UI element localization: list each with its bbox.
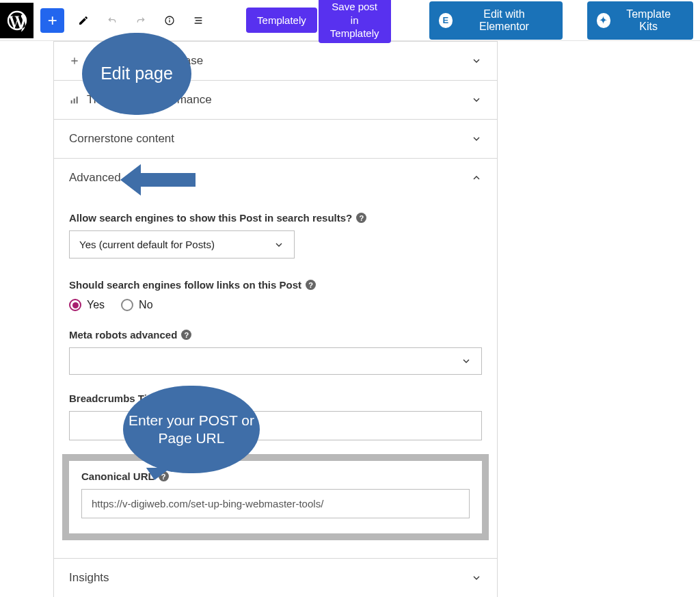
undo-icon bbox=[107, 13, 118, 28]
section-header-insights[interactable]: Insights bbox=[54, 559, 497, 597]
follow-no-radio[interactable]: No bbox=[121, 299, 152, 311]
radio-icon bbox=[121, 299, 133, 311]
template-kits-button[interactable]: ✦ Template Kits bbox=[587, 1, 693, 40]
breadcrumbs-label: Breadcrumbs Title ? bbox=[69, 393, 482, 404]
chevron-down-icon bbox=[471, 94, 482, 105]
select-value: Yes (current default for Posts) bbox=[79, 239, 215, 250]
meta-robots-label: Meta robots advanced ? bbox=[69, 329, 482, 341]
chevron-down-icon bbox=[471, 133, 482, 144]
section-insights: Insights bbox=[54, 558, 497, 597]
help-icon[interactable]: ? bbox=[356, 213, 366, 223]
svg-marker-6 bbox=[120, 164, 196, 196]
radio-label: Yes bbox=[87, 299, 105, 311]
follow-links-label: Should search engines follow links on th… bbox=[69, 279, 482, 291]
svg-rect-3 bbox=[71, 101, 72, 104]
plus-icon: + bbox=[48, 12, 57, 29]
meta-robots-select[interactable] bbox=[69, 347, 482, 375]
pencil-icon bbox=[78, 13, 89, 28]
section-title: Insights bbox=[69, 571, 109, 585]
redo-button[interactable] bbox=[131, 11, 150, 30]
svg-rect-4 bbox=[74, 98, 75, 103]
outline-icon bbox=[193, 13, 204, 28]
section-title: Cornerstone content bbox=[69, 132, 174, 146]
wordpress-logo[interactable] bbox=[0, 3, 33, 38]
wordpress-icon bbox=[5, 9, 29, 32]
chevron-down-icon bbox=[471, 55, 482, 66]
edit-mode-button[interactable] bbox=[74, 11, 93, 30]
callout-enter-url: Enter your POST or Page URL bbox=[123, 386, 260, 473]
chevron-down-icon bbox=[471, 572, 482, 583]
add-block-button[interactable]: + bbox=[40, 8, 64, 33]
allow-search-select[interactable]: Yes (current default for Posts) bbox=[69, 230, 295, 258]
allow-search-label: Allow search engines to show this Post i… bbox=[69, 212, 482, 224]
plus-icon bbox=[69, 55, 80, 66]
follow-yes-radio[interactable]: Yes bbox=[69, 299, 105, 311]
editor-toolbar: + Templately Save post in Templately E E… bbox=[0, 0, 700, 41]
save-in-templately-button[interactable]: Save post in Templately bbox=[319, 0, 391, 43]
chevron-down-icon bbox=[273, 239, 284, 250]
help-icon[interactable]: ? bbox=[306, 280, 316, 290]
svg-point-2 bbox=[169, 18, 170, 19]
callout-edit-page: Edit page bbox=[82, 33, 191, 115]
section-cornerstone: Cornerstone content bbox=[54, 119, 497, 158]
edit-with-elementor-label: Edit with Elementor bbox=[459, 8, 548, 33]
chevron-down-icon bbox=[461, 356, 472, 367]
callout-arrow bbox=[120, 156, 196, 207]
chevron-up-icon bbox=[471, 172, 482, 183]
advanced-body: Allow search engines to show this Post i… bbox=[54, 197, 497, 558]
radio-label: No bbox=[139, 299, 152, 311]
info-icon bbox=[164, 13, 175, 28]
section-advanced: Advanced Allow search engines to show th… bbox=[54, 158, 497, 558]
section-header-cornerstone[interactable]: Cornerstone content bbox=[54, 120, 497, 158]
templately-button[interactable]: Templately bbox=[246, 8, 317, 33]
kits-icon: ✦ bbox=[597, 13, 611, 28]
svg-rect-5 bbox=[77, 96, 78, 103]
canonical-label: Canonical URL ? bbox=[81, 470, 470, 482]
redo-icon bbox=[135, 13, 146, 28]
edit-with-elementor-button[interactable]: E Edit with Elementor bbox=[429, 1, 563, 40]
seo-meta-panel: Add related keyphrase Track SEO performa… bbox=[53, 41, 498, 597]
undo-button[interactable] bbox=[103, 11, 122, 30]
chart-icon bbox=[69, 94, 80, 105]
elementor-icon: E bbox=[439, 13, 453, 28]
template-kits-label: Template Kits bbox=[617, 8, 679, 33]
section-title: Advanced bbox=[69, 171, 121, 185]
canonical-url-input[interactable]: https://v-digiweb.com/set-up-bing-webmas… bbox=[81, 489, 470, 518]
canonical-highlight-frame: Canonical URL ? https://v-digiweb.com/se… bbox=[62, 454, 489, 540]
info-button[interactable] bbox=[160, 11, 179, 30]
help-icon[interactable]: ? bbox=[181, 330, 191, 340]
outline-button[interactable] bbox=[189, 11, 208, 30]
radio-icon bbox=[69, 299, 81, 311]
